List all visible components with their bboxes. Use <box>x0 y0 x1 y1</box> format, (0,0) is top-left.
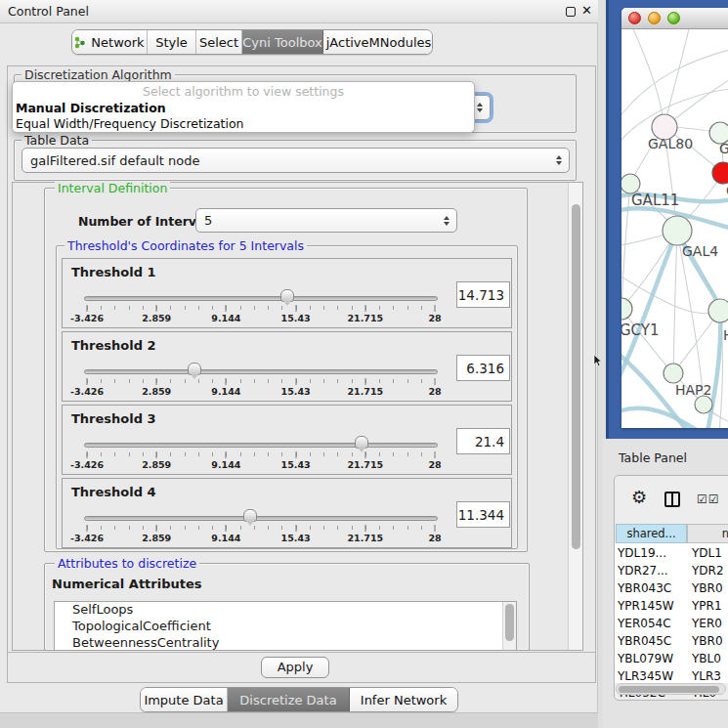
dropdown-option-manual-discretization[interactable]: Manual Discretization <box>13 101 474 116</box>
table-cell[interactable]: YDL1 <box>692 546 722 560</box>
threshold-2-slider[interactable]: -3.426 2.859 9.144 15.43 21.715 28 <box>87 365 435 395</box>
tab-jactivemnodules-label: jActiveMNodules <box>326 35 432 50</box>
node-gal11[interactable] <box>621 174 640 193</box>
network-window: GAL80 GA C GAL11 GAL4 GCY1 H HAP2 <box>621 8 728 428</box>
apply-button[interactable]: Apply <box>261 657 329 678</box>
threshold-1-value-field[interactable]: 14.713 <box>456 281 510 308</box>
control-panel: Control Panel ✕ Network Style Select Cyn… <box>0 0 598 728</box>
settings-scrollbar[interactable] <box>568 183 582 650</box>
tab-select[interactable]: Select <box>196 30 242 54</box>
table-cell[interactable]: YER0 <box>692 617 722 630</box>
table-row[interactable]: YDL19... <box>618 546 666 560</box>
dropdown-option-equal-width-frequency[interactable]: Equal Width/Frequency Discretization <box>13 116 474 132</box>
slider-ticks <box>87 452 435 458</box>
node-hap2[interactable] <box>664 364 683 383</box>
table-row[interactable]: YBR045C <box>618 634 671 648</box>
table-cell[interactable]: YLR3 <box>692 669 721 683</box>
select-columns-icon[interactable]: ☑☑ <box>697 492 720 506</box>
slider-thumb[interactable] <box>188 363 201 375</box>
table-row[interactable]: YLR345W <box>618 669 673 683</box>
float-window-icon[interactable] <box>566 7 576 17</box>
tick-label: 21.715 <box>347 386 383 397</box>
tick-label: 2.859 <box>142 533 171 543</box>
table-row[interactable]: YBL079W <box>618 652 673 665</box>
slider-track[interactable] <box>84 516 438 521</box>
slider-ticks <box>87 379 435 385</box>
list-scrollbar[interactable] <box>502 602 516 650</box>
threshold-3-slider[interactable]: -3.426 2.859 9.144 15.43 21.715 28 <box>87 439 435 468</box>
control-panel-title: Control Panel <box>8 4 89 19</box>
slider-thumb[interactable] <box>243 509 257 522</box>
slider-thumb[interactable] <box>280 289 294 302</box>
tick-label: -3.426 <box>70 313 104 323</box>
node-label-hap2: HAP2 <box>675 382 711 398</box>
settings-scrollbar-thumb[interactable] <box>572 204 580 549</box>
threshold-2-label: Threshold 2 <box>71 338 156 353</box>
threshold-1-slider[interactable]: -3.426 2.859 9.144 15.43 21.715 28 <box>87 292 435 321</box>
close-icon[interactable]: ✕ <box>581 3 592 18</box>
list-item-selfloops[interactable]: SelfLoops <box>55 602 516 619</box>
tab-discretize-data[interactable]: Discretize Data <box>228 688 350 711</box>
slider-track[interactable] <box>84 369 438 374</box>
tick-label: 28 <box>428 313 441 323</box>
numerical-attributes-list: SelfLoops TopologicalCoefficient Between… <box>54 601 517 651</box>
tab-cyni-toolbox[interactable]: Cyni Toolbox <box>242 30 323 54</box>
threshold-3-value-field[interactable]: 21.4 <box>456 428 510 454</box>
tick-label: 28 <box>428 386 441 397</box>
zoom-traffic-light[interactable] <box>667 12 680 24</box>
threshold-2-value-field[interactable]: 6.316 <box>456 355 510 381</box>
threshold-4-panel: Threshold 4 -3.426 2.859 9.144 15.43 21.… <box>62 478 512 548</box>
table-data-combobox-value: galFiltered.sif default node <box>30 153 200 168</box>
table-cell[interactable]: YBR0 <box>692 581 723 595</box>
table-data-group-label: Table Data <box>21 134 92 147</box>
table-cell[interactable]: YBR0 <box>692 634 723 648</box>
node-bottom[interactable] <box>695 396 712 413</box>
list-item-betweennesscentrality[interactable]: BetweennessCentrality <box>55 635 516 651</box>
node-right-mid[interactable] <box>708 299 728 322</box>
split-columns-icon[interactable] <box>664 492 680 507</box>
tab-style[interactable]: Style <box>148 30 196 54</box>
table-row[interactable]: YBR043C <box>618 581 671 595</box>
tick-label: -3.426 <box>70 459 104 470</box>
number-of-intervals-combobox[interactable]: 5 <box>195 208 457 233</box>
threshold-4-slider[interactable]: -3.426 2.859 9.144 15.43 21.715 28 <box>87 512 435 541</box>
column-header-name[interactable]: n... <box>687 524 728 543</box>
node-gal4[interactable] <box>663 216 692 245</box>
tick-label: 9.144 <box>211 459 240 470</box>
threshold-4-label: Threshold 4 <box>71 485 156 499</box>
table-horizontal-scrollbar[interactable] <box>616 683 726 695</box>
threshold-4-value-field[interactable]: 11.344 <box>456 501 510 528</box>
tab-infer-network[interactable]: Infer Network <box>350 688 457 711</box>
close-traffic-light[interactable] <box>628 12 641 24</box>
slider-track[interactable] <box>84 296 438 301</box>
tab-network[interactable]: Network <box>72 30 148 54</box>
table-row[interactable]: YDR27... <box>618 564 668 578</box>
table-row[interactable]: YER054C <box>618 617 671 630</box>
node-label-gal80: GAL80 <box>648 136 693 151</box>
bottom-strip <box>0 712 598 728</box>
table-cell[interactable]: YPR1 <box>692 599 722 613</box>
slider-track[interactable] <box>84 443 438 448</box>
network-window-titlebar[interactable] <box>621 8 728 29</box>
tick-label: 15.43 <box>281 386 311 397</box>
tab-impute-data[interactable]: Impute Data <box>141 688 228 711</box>
table-horizontal-scrollbar-thumb[interactable] <box>619 686 719 693</box>
thresholds-group-label: Threshold's Coordinates for 5 Intervals <box>64 239 307 252</box>
tick-label: 9.144 <box>211 313 240 323</box>
table-data-combobox[interactable]: galFiltered.sif default node <box>21 148 570 173</box>
table-cell[interactable]: YBL0 <box>692 652 721 665</box>
gear-icon[interactable]: ⚙ <box>631 487 647 507</box>
node-red-selected[interactable] <box>712 162 728 184</box>
threshold-1-label: Threshold 1 <box>71 265 156 279</box>
table-cell[interactable]: YDR2 <box>692 564 724 578</box>
list-item-topologicalcoefficient[interactable]: TopologicalCoefficient <box>55 619 516 635</box>
slider-thumb[interactable] <box>355 436 368 449</box>
node-gcy1[interactable] <box>621 298 632 320</box>
network-canvas[interactable]: GAL80 GA C GAL11 GAL4 GCY1 H HAP2 <box>621 29 728 428</box>
tab-jactivemnodules[interactable]: jActiveMNodules <box>323 30 433 54</box>
list-scrollbar-thumb[interactable] <box>505 604 514 641</box>
minimize-traffic-light[interactable] <box>648 12 661 24</box>
column-header-shared-name[interactable]: shared... <box>616 524 687 543</box>
table-panel-title: Table Panel <box>619 450 687 465</box>
table-row[interactable]: YPR145W <box>618 599 674 613</box>
